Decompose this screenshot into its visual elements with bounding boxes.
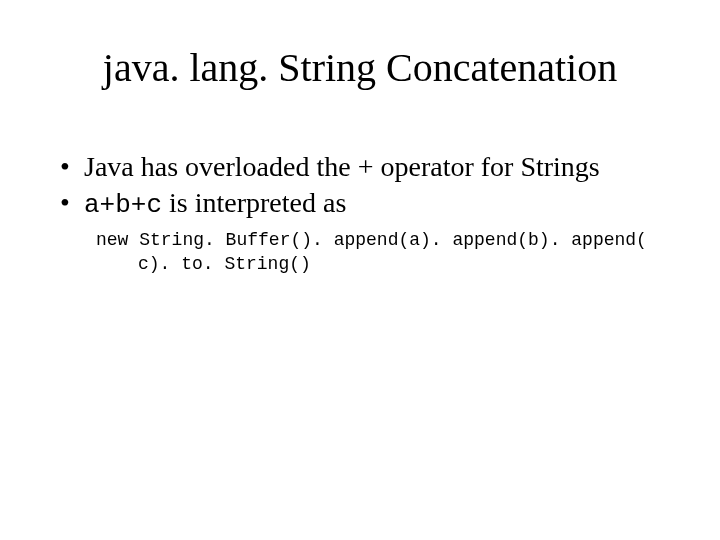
code-line-1: new String. Buffer(). append(a). append(… <box>96 230 647 250</box>
slide-title: java. lang. String Concatenation <box>0 44 720 91</box>
bullet-text-1: Java has overloaded the + operator for S… <box>84 151 600 182</box>
code-line-2: c). to. String() <box>96 252 674 276</box>
bullet-list: Java has overloaded the + operator for S… <box>54 150 674 222</box>
slide-body: Java has overloaded the + operator for S… <box>54 150 674 276</box>
bullet-text-2: is interpreted as <box>162 187 346 218</box>
bullet-item-1: Java has overloaded the + operator for S… <box>54 150 674 184</box>
slide: java. lang. String Concatenation Java ha… <box>0 0 720 540</box>
code-block: new String. Buffer(). append(a). append(… <box>54 228 674 277</box>
bullet-item-2: a+b+c is interpreted as <box>54 186 674 222</box>
bullet-code-2: a+b+c <box>84 190 162 220</box>
